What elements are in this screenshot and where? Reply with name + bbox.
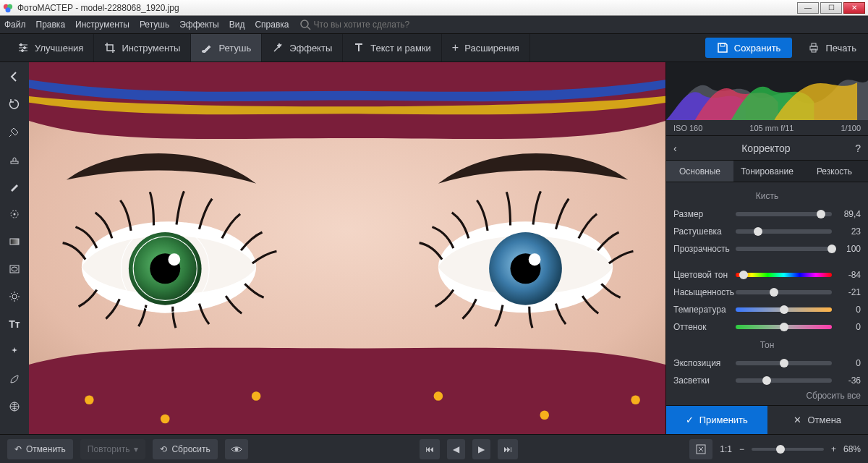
- nav-last[interactable]: ⏭: [498, 439, 518, 459]
- svg-point-19: [12, 294, 17, 299]
- svg-point-27: [631, 396, 640, 405]
- svg-rect-11: [812, 43, 816, 46]
- slider-size-track[interactable]: [736, 212, 832, 216]
- save-button[interactable]: Сохранить: [705, 38, 793, 58]
- leaf-icon[interactable]: [7, 372, 22, 386]
- stamp-icon[interactable]: [7, 152, 22, 166]
- controls-scroll[interactable]: Кисть Размер89,4Растушевка23Прозрачность…: [666, 182, 868, 386]
- slider-expo-track[interactable]: [736, 361, 832, 365]
- slider-expo: Экспозиция0: [673, 354, 861, 372]
- apply-label: Применить: [699, 415, 748, 425]
- nav-prev[interactable]: ◀: [447, 439, 465, 459]
- svg-point-24: [252, 391, 261, 401]
- panel-help-icon[interactable]: ?: [855, 143, 861, 154]
- menubar: Файл Правка Инструменты Ретушь Эффекты В…: [0, 16, 868, 33]
- nav-first[interactable]: ⏮: [420, 439, 440, 459]
- menu-file[interactable]: Файл: [4, 20, 26, 30]
- fit-button[interactable]: [689, 439, 712, 459]
- heal-icon[interactable]: [7, 124, 22, 139]
- chevron-down-icon: ▾: [134, 444, 138, 454]
- window-close[interactable]: ✕: [843, 2, 865, 14]
- slider-sat-track[interactable]: [736, 290, 832, 294]
- slider-high-track[interactable]: [736, 378, 832, 383]
- vignette-icon[interactable]: [7, 262, 22, 276]
- slider-temp-track[interactable]: [736, 307, 832, 312]
- text-tool-icon[interactable]: Tт: [7, 317, 22, 331]
- svg-point-31: [168, 253, 180, 266]
- menu-retouch[interactable]: Ретушь: [140, 20, 169, 30]
- menu-view[interactable]: Вид: [229, 20, 245, 30]
- histogram: [666, 62, 868, 120]
- print-button[interactable]: Печать: [796, 34, 868, 61]
- slider-tint: Оттенок0: [673, 318, 861, 336]
- subtab-basic[interactable]: Основные: [666, 161, 733, 182]
- zoom-plus[interactable]: +: [831, 444, 836, 454]
- slider-hue-label: Цветовой тон: [673, 270, 731, 280]
- app-icon: [3, 3, 13, 13]
- undo-button[interactable]: ↶Отменить: [7, 439, 73, 459]
- apply-button[interactable]: ✓Применить: [666, 406, 767, 434]
- reset-button[interactable]: ⟲Сбросить: [153, 439, 217, 459]
- right-panel: ISO 160 105 mm f/11 1/100 ‹ Корректор ? …: [665, 62, 868, 434]
- reset-label: Сбросить: [171, 444, 210, 454]
- cancel-label: Отмена: [807, 415, 841, 425]
- back-arrow-icon[interactable]: [7, 69, 22, 84]
- tab-effects[interactable]: Эффекты: [262, 34, 343, 61]
- slider-opacity-label: Прозрачность: [673, 244, 731, 254]
- compare-button[interactable]: [225, 439, 248, 459]
- svg-point-2: [6, 7, 11, 12]
- slider-feather-track[interactable]: [736, 229, 832, 234]
- window-minimize[interactable]: —: [797, 2, 819, 14]
- rotate-icon[interactable]: [7, 97, 22, 111]
- save-label: Сохранить: [734, 43, 781, 54]
- sparkle-icon[interactable]: [7, 344, 22, 359]
- subtab-toning[interactable]: Тонирование: [733, 161, 801, 182]
- slider-tint-track[interactable]: [736, 325, 832, 329]
- svg-point-7: [22, 50, 24, 52]
- tab-extensions[interactable]: +Расширения: [442, 34, 530, 61]
- zoom-percent: 68%: [843, 444, 861, 454]
- panel-header: ‹ Корректор ?: [666, 136, 868, 161]
- save-icon: [717, 42, 728, 54]
- slider-high: Засветки-36: [673, 372, 861, 386]
- canvas[interactable]: [29, 62, 665, 434]
- radial-icon[interactable]: [7, 207, 22, 221]
- tab-retouch[interactable]: Ретушь: [191, 34, 262, 61]
- svg-point-26: [540, 410, 549, 420]
- slider-size: Размер89,4: [673, 205, 861, 223]
- exif-bar: ISO 160 105 mm f/11 1/100: [666, 120, 868, 136]
- cancel-button[interactable]: ✕Отмена: [767, 406, 869, 434]
- slider-feather: Растушевка23: [673, 223, 861, 240]
- plus-icon: +: [452, 41, 459, 54]
- small-brush-icon[interactable]: [7, 179, 22, 194]
- tab-enhance[interactable]: Улучшения: [7, 34, 94, 61]
- menu-help[interactable]: Справка: [255, 20, 289, 30]
- zoom-slider[interactable]: [752, 448, 824, 451]
- redo-button[interactable]: Повторить▾: [80, 439, 146, 459]
- search-input[interactable]: [314, 20, 502, 30]
- svg-point-23: [161, 415, 170, 424]
- slider-opacity-track[interactable]: [736, 247, 832, 251]
- reset-icon: ⟲: [160, 444, 167, 454]
- tab-tools[interactable]: Инструменты: [94, 34, 191, 61]
- menu-tools[interactable]: Инструменты: [75, 20, 129, 30]
- tab-text[interactable]: Текст и рамки: [343, 34, 442, 61]
- sliders-icon: [17, 42, 29, 54]
- window-maximize[interactable]: ☐: [820, 2, 842, 14]
- svg-point-25: [434, 391, 443, 401]
- menu-edit[interactable]: Правка: [36, 20, 66, 30]
- zoom-minus[interactable]: −: [739, 444, 744, 454]
- slider-hue-track[interactable]: [736, 273, 832, 277]
- reset-all[interactable]: Сбросить все: [666, 386, 868, 405]
- zoom-ratio[interactable]: 1:1: [720, 444, 732, 454]
- nav-next[interactable]: ▶: [472, 439, 490, 459]
- globe-icon[interactable]: [7, 399, 22, 414]
- svg-point-15: [14, 213, 16, 216]
- tab-retouch-label: Ретушь: [218, 43, 251, 54]
- subtab-sharp[interactable]: Резкость: [801, 161, 868, 182]
- tab-text-label: Текст и рамки: [370, 43, 431, 54]
- gradient-icon[interactable]: [7, 234, 22, 249]
- panel-subtabs: Основные Тонирование Резкость: [666, 161, 868, 182]
- menu-effects[interactable]: Эффекты: [179, 20, 219, 30]
- sun-icon[interactable]: [7, 289, 22, 304]
